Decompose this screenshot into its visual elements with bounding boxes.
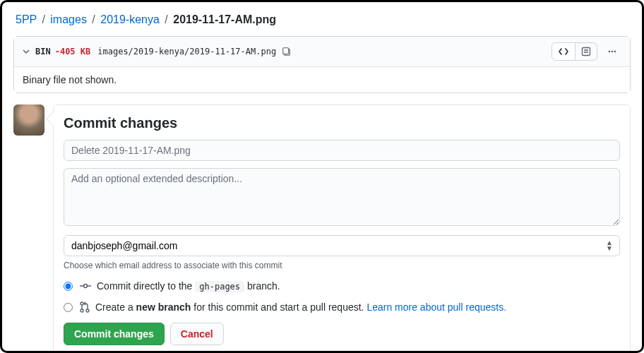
bin-label: BIN — [35, 47, 51, 56]
git-commit-icon — [80, 282, 91, 290]
commit-panel: Commit changes danbjoseph@gmail.com ▲▼ C… — [53, 104, 631, 353]
svg-rect-2 — [583, 48, 590, 56]
radio-commit-direct-input[interactable] — [64, 282, 73, 291]
svg-point-12 — [80, 309, 83, 312]
diff-view-toggle — [551, 42, 597, 61]
commit-description-input[interactable] — [64, 168, 620, 226]
email-help-text: Choose which email address to associate … — [64, 261, 620, 270]
breadcrumb: 5PP / images / 2019-kenya / 2019-11-17-A… — [13, 13, 631, 26]
radio-branch-label: Create a new branch for this commit and … — [95, 301, 506, 313]
radio-direct-label: Commit directly to the gh-pages branch. — [97, 280, 280, 292]
breadcrumb-sep: / — [90, 13, 97, 25]
file-diff-header: BIN -405 KB images/2019-kenya/2019-11-17… — [14, 37, 630, 67]
svg-rect-1 — [283, 48, 289, 54]
source-view-button[interactable] — [551, 42, 576, 61]
radio-new-branch-input[interactable] — [64, 303, 73, 312]
git-pull-request-icon — [80, 301, 90, 313]
svg-point-13 — [86, 309, 89, 312]
branch-chip: gh-pages — [195, 281, 244, 292]
commit-heading: Commit changes — [64, 115, 620, 131]
breadcrumb-sep: / — [162, 13, 169, 25]
radio-new-branch[interactable]: Create a new branch for this commit and … — [64, 301, 620, 313]
radio-commit-direct[interactable]: Commit directly to the gh-pages branch. — [64, 280, 620, 292]
chevron-down-icon[interactable] — [23, 48, 30, 55]
cancel-button[interactable]: Cancel — [170, 323, 224, 345]
svg-point-6 — [612, 51, 614, 53]
breadcrumb-sep: / — [40, 13, 47, 25]
rendered-view-button[interactable] — [576, 42, 597, 61]
breadcrumb-link-images[interactable]: images — [50, 13, 87, 25]
learn-more-link[interactable]: Learn more about pull requests. — [366, 301, 506, 313]
breadcrumb-link-repo[interactable]: 5PP — [16, 13, 37, 25]
copy-path-icon[interactable] — [282, 47, 292, 56]
svg-point-9 — [84, 285, 88, 288]
file-diff-body: Binary file not shown. — [14, 67, 630, 92]
breadcrumb-link-folder[interactable]: 2019-kenya — [100, 13, 160, 25]
size-delta: -405 KB — [55, 47, 91, 56]
file-path: images/2019-kenya/2019-11-17-AM.png — [97, 47, 276, 56]
svg-point-11 — [80, 302, 83, 305]
breadcrumb-current: 2019-11-17-AM.png — [173, 13, 276, 25]
commit-summary-input[interactable] — [64, 140, 620, 161]
commit-changes-button[interactable]: Commit changes — [64, 323, 165, 345]
file-actions-menu[interactable] — [603, 47, 621, 56]
avatar — [13, 104, 44, 136]
file-diff-box: BIN -405 KB images/2019-kenya/2019-11-17… — [13, 36, 631, 93]
svg-point-7 — [614, 51, 616, 53]
svg-point-5 — [609, 51, 611, 53]
commit-email-select[interactable]: danbjoseph@gmail.com — [64, 235, 620, 256]
